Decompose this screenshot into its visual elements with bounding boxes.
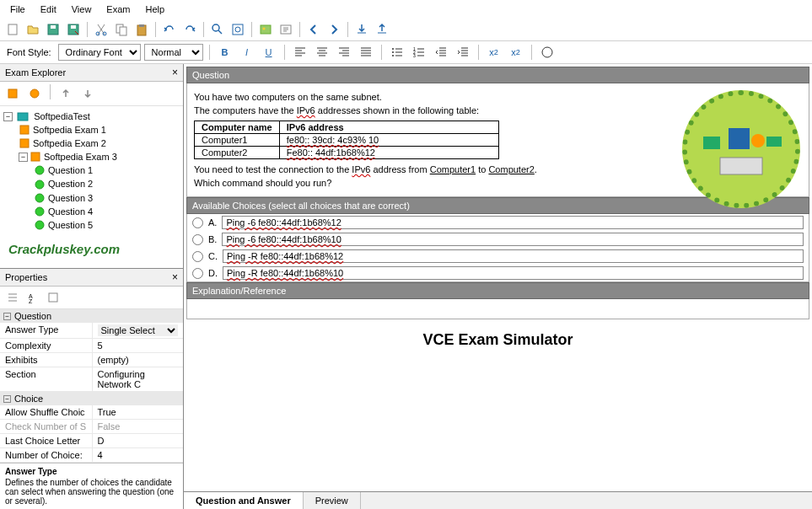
tab-preview[interactable]: Preview <box>304 492 361 509</box>
import-icon[interactable] <box>352 20 371 39</box>
add-question-icon[interactable] <box>25 84 44 103</box>
tree-question[interactable]: Question 5 <box>3 218 180 232</box>
tree-question[interactable]: Question 2 <box>3 177 180 190</box>
alphabetize-icon[interactable]: AZ <box>24 288 42 307</box>
prop-value[interactable]: True <box>92 405 184 419</box>
numbered-list-icon[interactable]: 123 <box>410 43 428 62</box>
attachment-icon[interactable] <box>277 20 295 39</box>
prop-value[interactable]: D <box>92 434 184 447</box>
prop-value[interactable]: 5 <box>92 339 184 352</box>
prop-row[interactable]: SectionConfiguring Network C <box>0 367 183 392</box>
save-icon[interactable] <box>44 20 62 39</box>
copy-icon[interactable] <box>112 20 131 39</box>
prop-section-choice[interactable]: −Choice <box>0 392 183 405</box>
tree-exam[interactable]: Softpedia Exam 2 <box>3 137 180 150</box>
add-exam-icon[interactable] <box>3 84 22 103</box>
menu-edit[interactable]: Edit <box>34 2 63 17</box>
prop-row[interactable]: Exhibits(empty) <box>0 353 183 367</box>
choice-text-input[interactable]: Ping -6 fe80::44df:1b68%10 <box>222 233 804 246</box>
justify-icon[interactable] <box>357 43 375 62</box>
choice-radio-c[interactable] <box>192 251 203 262</box>
tree-exam[interactable]: −Softpedia Exam 3 <box>3 150 180 163</box>
outdent-icon[interactable] <box>432 43 450 62</box>
menu-view[interactable]: View <box>65 2 99 17</box>
align-left-icon[interactable] <box>291 43 309 62</box>
prop-row[interactable]: Allow Shuffle ChoicTrue <box>0 405 183 420</box>
svg-rect-24 <box>8 89 17 98</box>
tab-question-answer[interactable]: Question and Answer <box>184 492 304 509</box>
explanation-body[interactable] <box>186 299 809 319</box>
tree-question[interactable]: Question 3 <box>3 191 180 205</box>
categorize-icon[interactable] <box>3 288 22 307</box>
menu-help[interactable]: Help <box>138 2 171 17</box>
choice-radio-b[interactable] <box>192 234 203 245</box>
prop-value[interactable]: (empty) <box>92 353 184 367</box>
font-style-dropdown[interactable]: Ordinary Font <box>58 44 141 61</box>
close-icon[interactable]: × <box>172 271 178 283</box>
export-icon[interactable] <box>373 20 391 39</box>
subscript-button[interactable]: x2 <box>507 43 525 62</box>
bold-button[interactable]: B <box>216 43 234 62</box>
prop-row[interactable]: Complexity5 <box>0 339 183 353</box>
separator <box>155 22 156 37</box>
symbol-icon[interactable] <box>538 43 557 62</box>
choice-text-input[interactable]: Ping -6 fe80::44df:1b68%12 <box>222 216 804 229</box>
paste-icon[interactable] <box>132 20 151 39</box>
svg-rect-29 <box>31 153 40 161</box>
superscript-button[interactable]: x2 <box>485 43 503 62</box>
separator <box>299 22 300 37</box>
menu-exam[interactable]: Exam <box>99 2 137 17</box>
choice-text-input[interactable]: Ping -R fe80::44df:1b68%12 <box>223 249 804 263</box>
open-file-icon[interactable] <box>24 20 42 39</box>
save-as-icon[interactable] <box>64 20 83 39</box>
redo-icon[interactable] <box>180 20 199 39</box>
prop-row[interactable]: Answer TypeSingle Select <box>0 323 183 339</box>
separator <box>347 22 348 37</box>
tree-question[interactable]: Question 1 <box>3 163 180 177</box>
italic-button[interactable]: I <box>238 43 256 62</box>
prop-value[interactable]: Single Select <box>92 323 184 338</box>
svg-rect-4 <box>71 25 76 29</box>
move-down-icon[interactable] <box>78 84 97 103</box>
align-center-icon[interactable] <box>313 43 331 62</box>
menu-file[interactable]: File <box>3 2 32 17</box>
close-icon[interactable]: × <box>172 67 178 78</box>
underline-button[interactable]: U <box>260 43 278 62</box>
svg-point-6 <box>103 32 106 35</box>
prop-pages-icon[interactable] <box>44 288 62 307</box>
tree-root[interactable]: − SoftpediaTest <box>3 110 180 123</box>
question-body[interactable]: You have two computers on the same subne… <box>186 83 809 197</box>
image-icon[interactable] <box>256 20 275 39</box>
choice-radio-a[interactable] <box>192 217 203 228</box>
undo-icon[interactable] <box>160 20 179 39</box>
move-up-icon[interactable] <box>56 84 75 103</box>
cut-icon[interactable] <box>92 20 110 39</box>
choice-radio-d[interactable] <box>192 268 203 279</box>
prop-value[interactable]: 4 <box>92 448 184 462</box>
choice-row: C.Ping -R fe80::44df:1b68%12 <box>187 248 809 265</box>
collapse-icon[interactable]: − <box>3 112 13 121</box>
tree-exam[interactable]: Softpedia Exam 1 <box>3 123 180 137</box>
preview-icon[interactable] <box>229 20 247 39</box>
arrow-left-icon[interactable] <box>304 20 323 39</box>
svg-point-31 <box>35 180 44 189</box>
menu-bar: File Edit View Exam Help <box>0 0 812 19</box>
prop-section-question[interactable]: −Question <box>0 309 183 323</box>
collapse-icon[interactable]: − <box>19 153 28 162</box>
prop-row[interactable]: Number of Choice:4 <box>0 448 183 463</box>
font-size-dropdown[interactable]: Normal <box>144 44 203 61</box>
choice-text-input[interactable]: Ping -R fe80::44df:1b68%10 <box>223 266 804 280</box>
search-icon[interactable] <box>208 20 227 39</box>
bullet-list-icon[interactable] <box>388 43 406 62</box>
align-right-icon[interactable] <box>335 43 353 62</box>
prop-row[interactable]: Last Choice LetterD <box>0 434 183 448</box>
indent-icon[interactable] <box>454 43 472 62</box>
prop-value[interactable]: Configuring Network C <box>92 367 184 391</box>
new-file-icon[interactable] <box>3 20 22 39</box>
brand-title: VCE Exam Simulator <box>186 319 809 361</box>
tree-question[interactable]: Question 4 <box>3 205 180 218</box>
collapse-icon[interactable]: − <box>3 313 11 320</box>
svg-rect-26 <box>18 113 28 121</box>
arrow-right-icon[interactable] <box>325 20 343 39</box>
collapse-icon[interactable]: − <box>3 395 11 403</box>
